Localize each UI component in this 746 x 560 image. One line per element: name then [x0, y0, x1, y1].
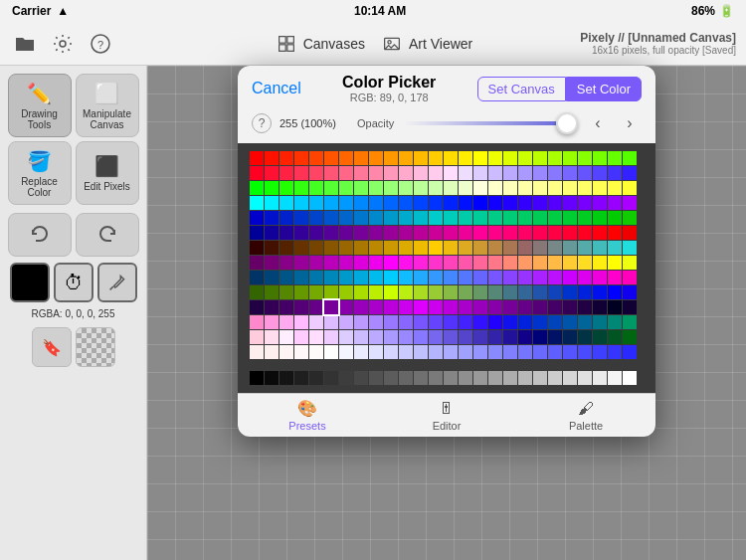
color-cell[interactable]	[623, 241, 637, 255]
color-cell[interactable]	[608, 196, 622, 210]
color-cell[interactable]	[250, 330, 264, 344]
color-cell[interactable]	[503, 211, 517, 225]
color-cell[interactable]	[608, 151, 622, 165]
color-cell[interactable]	[265, 345, 279, 359]
color-cell[interactable]	[294, 196, 308, 210]
color-cell[interactable]	[608, 345, 622, 359]
color-cell[interactable]	[399, 256, 413, 270]
color-cell[interactable]	[623, 315, 637, 329]
color-cell[interactable]	[324, 256, 338, 270]
color-cell[interactable]	[548, 315, 562, 329]
color-cell[interactable]	[354, 166, 368, 180]
color-cell[interactable]	[608, 300, 622, 314]
color-cell[interactable]	[294, 345, 308, 359]
color-cell[interactable]	[488, 285, 502, 299]
grayscale-cell[interactable]	[399, 371, 413, 385]
color-cell[interactable]	[339, 181, 353, 195]
grayscale-cell[interactable]	[533, 371, 547, 385]
color-cell[interactable]	[399, 241, 413, 255]
color-cell[interactable]	[280, 285, 293, 299]
color-cell[interactable]	[533, 315, 547, 329]
color-cell[interactable]	[429, 211, 443, 225]
color-cell[interactable]	[608, 315, 622, 329]
edit-pixels-button[interactable]: ⬛ Edit Pixels	[76, 141, 139, 205]
grayscale-cell[interactable]	[429, 371, 443, 385]
color-cell[interactable]	[459, 271, 472, 284]
color-cell[interactable]	[459, 181, 472, 195]
color-cell[interactable]	[459, 256, 472, 270]
color-cell[interactable]	[250, 285, 264, 299]
color-cell[interactable]	[250, 151, 264, 165]
color-cell[interactable]	[518, 166, 532, 180]
color-cell[interactable]	[444, 226, 458, 240]
color-cell[interactable]	[488, 226, 502, 240]
color-cell[interactable]	[324, 271, 338, 284]
transparency-button[interactable]	[76, 327, 115, 367]
grayscale-cell[interactable]	[354, 371, 368, 385]
help-icon[interactable]: ?	[252, 113, 272, 133]
color-cell[interactable]	[369, 330, 383, 344]
tab-palette[interactable]: 🖌 Palette	[516, 394, 655, 437]
slider-left-button[interactable]: ‹	[586, 111, 610, 135]
color-cell[interactable]	[608, 271, 622, 284]
color-cell[interactable]	[399, 271, 413, 284]
history-button[interactable]: ⏱	[54, 263, 93, 302]
color-cell[interactable]	[369, 271, 383, 284]
color-cell[interactable]	[473, 256, 487, 270]
color-cell[interactable]	[265, 315, 279, 329]
color-cell[interactable]	[339, 226, 353, 240]
color-cell[interactable]	[280, 256, 293, 270]
color-cell[interactable]	[414, 330, 428, 344]
color-cell[interactable]	[503, 151, 517, 165]
color-cell[interactable]	[518, 151, 532, 165]
color-cell[interactable]	[623, 211, 637, 225]
color-cell[interactable]	[488, 315, 502, 329]
color-cell[interactable]	[250, 241, 264, 255]
color-cell[interactable]	[503, 315, 517, 329]
grayscale-cell[interactable]	[294, 371, 308, 385]
color-cell[interactable]	[578, 181, 592, 195]
color-cell[interactable]	[399, 226, 413, 240]
color-cell[interactable]	[518, 226, 532, 240]
color-cell[interactable]	[414, 211, 428, 225]
color-cell[interactable]	[518, 315, 532, 329]
color-cell[interactable]	[533, 300, 547, 314]
color-cell[interactable]	[503, 300, 517, 314]
color-cell[interactable]	[623, 285, 637, 299]
color-cell[interactable]	[473, 151, 487, 165]
color-cell[interactable]	[324, 300, 338, 314]
grayscale-cell[interactable]	[488, 371, 502, 385]
canvases-button[interactable]	[274, 31, 299, 57]
color-cell[interactable]	[444, 196, 458, 210]
color-cell[interactable]	[623, 330, 637, 344]
color-cell[interactable]	[473, 226, 487, 240]
color-cell[interactable]	[429, 330, 443, 344]
color-cell[interactable]	[623, 226, 637, 240]
color-cell[interactable]	[593, 226, 607, 240]
color-cell[interactable]	[280, 151, 293, 165]
color-cell[interactable]	[265, 271, 279, 284]
color-cell[interactable]	[324, 181, 338, 195]
opacity-slider[interactable]	[404, 121, 578, 125]
color-cell[interactable]	[563, 211, 577, 225]
color-cell[interactable]	[623, 181, 637, 195]
color-cell[interactable]	[309, 166, 323, 180]
color-cell[interactable]	[593, 196, 607, 210]
color-cell[interactable]	[354, 196, 368, 210]
color-cell[interactable]	[548, 271, 562, 284]
color-cell[interactable]	[578, 271, 592, 284]
color-cell[interactable]	[473, 345, 487, 359]
grayscale-cell[interactable]	[578, 371, 592, 385]
color-cell[interactable]	[488, 181, 502, 195]
color-cell[interactable]	[563, 151, 577, 165]
color-cell[interactable]	[384, 330, 398, 344]
undo-button[interactable]	[8, 213, 72, 257]
color-cell[interactable]	[444, 181, 458, 195]
color-cell[interactable]	[339, 285, 353, 299]
color-cell[interactable]	[533, 271, 547, 284]
color-cell[interactable]	[399, 315, 413, 329]
color-cell[interactable]	[488, 211, 502, 225]
color-cell[interactable]	[339, 300, 353, 314]
color-cell[interactable]	[563, 226, 577, 240]
color-cell[interactable]	[414, 166, 428, 180]
